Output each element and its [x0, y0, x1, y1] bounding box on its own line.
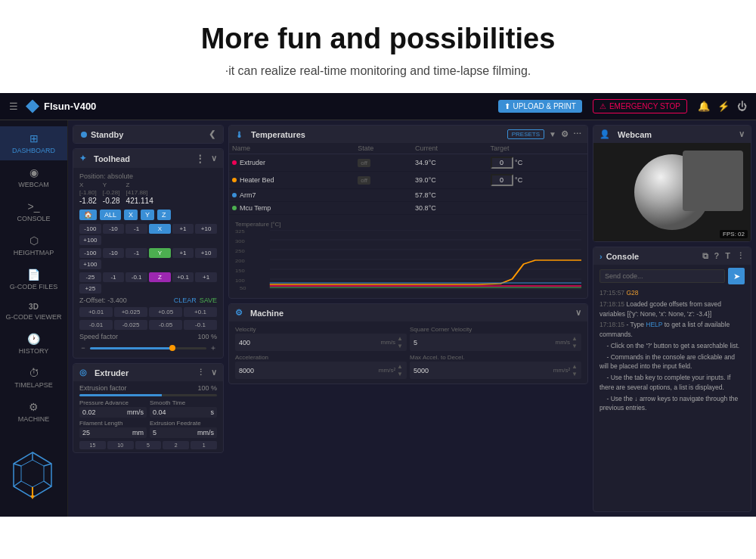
move-z-minus01[interactable]: -0.1	[125, 272, 147, 282]
gcode-files-icon: 📄	[27, 269, 40, 281]
sidebar-item-history[interactable]: 🕐 HISTORY	[0, 327, 67, 361]
home-all-button[interactable]: 🏠	[79, 210, 97, 220]
webcam-expand-icon[interactable]: ∨	[739, 129, 745, 139]
machine-expand-icon[interactable]: ∨	[575, 308, 581, 318]
move-y-plus1[interactable]: +1	[172, 248, 194, 258]
emergency-stop-button[interactable]: ⚠ EMERGENCY STOP	[593, 99, 687, 113]
toolhead-expand-icon[interactable]: ∨	[211, 154, 217, 163]
zoff-minus0025[interactable]: -0.025	[114, 320, 147, 330]
filament-length-val[interactable]: 25 mm	[79, 427, 147, 438]
sidebar-item-heightmap[interactable]: ⬡ HEIGHTMAP	[0, 228, 67, 262]
move-x-minus100[interactable]: -100	[79, 224, 101, 234]
console-send-button[interactable]: ➤	[728, 268, 745, 284]
extruder-expand-icon[interactable]: ∨	[211, 368, 217, 377]
sidebar-item-gcode-files[interactable]: 📄 G-CODE FILES	[0, 262, 67, 297]
sidebar-item-console[interactable]: >_ CONSOLE	[0, 194, 67, 228]
zoff-plus005[interactable]: +0.05	[149, 307, 182, 317]
hamburger-icon[interactable]: ☰	[9, 101, 18, 112]
speed-slider[interactable]	[90, 347, 206, 349]
bell-icon[interactable]: 🔔	[698, 101, 710, 112]
home-z-button[interactable]: Z	[157, 210, 171, 220]
webcam-card-icon: 👤	[600, 129, 610, 139]
speed-minus-btn[interactable]: －	[79, 343, 87, 353]
webcam-card-header: 👤 Webcam ∨	[593, 126, 751, 143]
zoff-plus0025[interactable]: +0.025	[114, 307, 147, 317]
console-copy-icon[interactable]: ⧉	[702, 251, 708, 261]
extrusion-feedrate-val[interactable]: 5 mm/s	[150, 427, 217, 438]
topbar-logo: Flsun-V400	[26, 100, 96, 113]
extruder-menu-icon[interactable]: ⋮	[197, 368, 205, 377]
move-z-plus1[interactable]: +1	[195, 272, 217, 282]
accel-down[interactable]: ▼	[397, 371, 403, 377]
move-x-plus10[interactable]: +10	[195, 224, 217, 234]
console-filter-icon[interactable]: T	[725, 251, 730, 261]
temp-expand-icon[interactable]: ⋯	[573, 129, 581, 139]
pos-x: X [-1.80] -1.82	[79, 182, 97, 205]
ext-btn-1[interactable]: 1	[191, 441, 217, 449]
ext-btn-15[interactable]: 15	[79, 441, 106, 449]
temp-dropdown-icon[interactable]: ▼	[549, 130, 556, 138]
factor-val: 100 %	[197, 384, 217, 392]
temp-settings-icon[interactable]: ⚙	[561, 129, 569, 139]
max-accel-up[interactable]: ▲	[572, 363, 578, 370]
zoff-minus005[interactable]: -0.05	[149, 320, 182, 330]
ext-btn-5[interactable]: 5	[135, 441, 162, 449]
zoff-plus001[interactable]: +0.01	[79, 307, 113, 317]
position-label: Position: absolute	[79, 172, 217, 180]
move-z-plus01[interactable]: +0.1	[172, 272, 194, 282]
extrusion-factor-slider[interactable]	[79, 394, 217, 396]
extruder-title: Extruder	[94, 368, 129, 377]
velocity-up[interactable]: ▲	[397, 335, 403, 342]
move-y-minus1[interactable]: -1	[125, 248, 147, 258]
timelapse-icon: ⏱	[29, 367, 39, 379]
velocity-down[interactable]: ▼	[397, 343, 403, 349]
toolhead-menu-icon[interactable]: ⋮	[195, 153, 205, 164]
sidebar-item-gcode-viewer[interactable]: 3D G-CODE VIEWER	[0, 297, 67, 327]
console-settings-icon[interactable]: ⋮	[736, 251, 745, 261]
move-z-minus25[interactable]: -25	[79, 272, 101, 282]
zoff-plus01[interactable]: +0.1	[184, 307, 217, 317]
sc-down[interactable]: ▼	[572, 343, 578, 349]
move-x-plus100[interactable]: +100	[79, 235, 101, 245]
power-icon[interactable]: ⏻	[737, 101, 747, 112]
pressure-advance-val[interactable]: 0.02 mm/s	[79, 407, 147, 418]
move-z-minus1[interactable]: -1	[103, 272, 125, 282]
max-accel-label: Max Accel. to Decel.	[410, 354, 581, 361]
smooth-time-val[interactable]: 0.04 s	[150, 407, 217, 418]
sidebar-item-machine[interactable]: ⚙ MACHINE	[0, 395, 67, 429]
extruder-icon: ◎	[79, 368, 87, 377]
standby-collapse-icon[interactable]: ❮	[209, 129, 215, 139]
history-icon: 🕐	[27, 333, 40, 345]
network-icon[interactable]: ⚡	[717, 101, 730, 112]
move-x-plus1[interactable]: +1	[172, 224, 194, 234]
sc-up[interactable]: ▲	[572, 335, 578, 342]
home-all-label[interactable]: ALL	[100, 210, 121, 220]
zoff-minus001[interactable]: -0.01	[79, 320, 113, 330]
move-y-plus100[interactable]: +100	[79, 259, 101, 269]
console-input[interactable]	[600, 269, 725, 283]
ext-btn-10[interactable]: 10	[107, 441, 134, 449]
sidebar-item-dashboard[interactable]: ⊞ DASHBOARD	[0, 126, 67, 160]
accel-up[interactable]: ▲	[397, 363, 403, 370]
home-y-button[interactable]: Y	[141, 210, 154, 220]
home-x-button[interactable]: X	[124, 210, 138, 220]
move-y-minus10[interactable]: -10	[103, 248, 125, 258]
move-y-plus10[interactable]: +10	[195, 248, 217, 258]
move-y-minus100[interactable]: -100	[79, 248, 101, 258]
move-x-minus10[interactable]: -10	[103, 224, 125, 234]
max-accel-down[interactable]: ▼	[572, 371, 578, 377]
sidebar-item-timelapse[interactable]: ⏱ TIMELAPSE	[0, 361, 67, 395]
ext-btn-2[interactable]: 2	[163, 441, 189, 449]
move-z-plus25[interactable]: +25	[79, 284, 101, 293]
presets-button[interactable]: PRESETS	[507, 129, 544, 139]
move-x-minus1[interactable]: -1	[125, 224, 147, 234]
speed-plus-btn[interactable]: ＋	[209, 343, 217, 353]
sidebar-item-webcam[interactable]: ◉ WEBCAM	[0, 160, 67, 194]
z-offset-clear[interactable]: CLEAR	[174, 297, 197, 304]
zoff-minus01[interactable]: -0.1	[184, 320, 217, 330]
upload-icon: ⬆	[504, 102, 510, 110]
console-help-icon[interactable]: ?	[714, 251, 720, 261]
arm7-current: 57.8°C	[412, 189, 487, 202]
upload-print-button[interactable]: ⬆ UPLOAD & PRINT	[498, 100, 582, 113]
z-offset-save[interactable]: SAVE	[200, 297, 217, 304]
